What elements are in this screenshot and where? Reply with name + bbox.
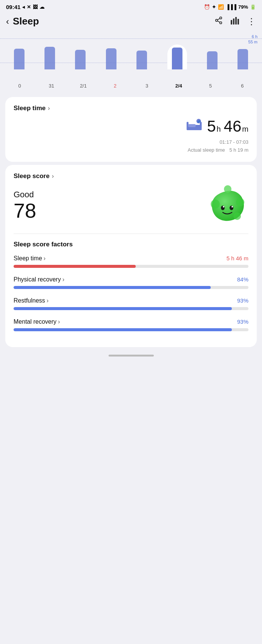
date-label[interactable]: 2/4 <box>171 81 186 90</box>
sleep-score-card-header[interactable]: Sleep score › <box>14 172 248 180</box>
sleep-bed-icon: 💤 <box>186 118 202 135</box>
bar <box>106 48 116 69</box>
bar-item[interactable] <box>14 49 25 69</box>
score-body: Good 78 <box>14 185 248 227</box>
wifi-icon: 📶 <box>218 4 224 10</box>
bar-item[interactable] <box>207 51 218 69</box>
date-labels: 0312/1232/456 <box>0 81 262 90</box>
svg-rect-5 <box>231 20 232 25</box>
date-label[interactable]: 5 <box>203 81 218 90</box>
score-left: Good 78 <box>14 190 36 222</box>
bar <box>44 47 55 69</box>
bar-item[interactable] <box>44 47 55 69</box>
factor-value: 84% <box>237 276 248 283</box>
svg-point-17 <box>236 198 244 206</box>
chevron-icon: › <box>48 105 50 112</box>
score-number: 78 <box>14 200 36 222</box>
factor-name[interactable]: Physical recovery › <box>14 276 64 283</box>
factor-value: 93% <box>237 318 248 325</box>
svg-rect-13 <box>188 124 196 127</box>
back-button[interactable]: ‹ <box>6 16 9 27</box>
bar <box>14 49 25 69</box>
share-icon <box>215 16 223 25</box>
date-label[interactable]: 31 <box>44 81 59 90</box>
date-label[interactable]: 3 <box>139 81 155 90</box>
sleep-score-card: Sleep score › Good 78 <box>5 165 257 347</box>
factor-name[interactable]: Restfulness › <box>14 297 49 304</box>
factor-value: 5 h 46 m <box>227 255 248 261</box>
svg-point-0 <box>220 17 222 19</box>
bottom-bar <box>0 350 262 361</box>
sleep-m-unit: m <box>242 125 248 134</box>
sleep-character <box>207 185 248 227</box>
chart-container: 6 h 55 m 0312/1232/456 <box>0 32 262 94</box>
svg-point-18 <box>224 185 231 193</box>
bar <box>75 50 86 69</box>
sleep-hours: 5 <box>207 117 216 135</box>
factors-list: Sleep time ›5 h 46 mPhysical recovery ›8… <box>14 255 248 331</box>
chart-wrapper: 6 h 55 m <box>0 32 262 81</box>
bar-item[interactable] <box>136 51 147 69</box>
status-right: ⏰ ✦ 📶 ▐▐▐ 79% 🔋 <box>204 4 256 10</box>
svg-rect-8 <box>237 19 239 25</box>
progress-bar-bg <box>14 307 248 310</box>
battery-icon: 🔋 <box>250 4 256 10</box>
header: ‹ Sleep ⋮ <box>0 12 262 32</box>
bar-item[interactable] <box>237 49 248 69</box>
more-button[interactable]: ⋮ <box>247 17 256 26</box>
factors-title: Sleep score factors <box>14 241 248 248</box>
bar <box>207 51 218 69</box>
progress-bar-fill <box>14 328 232 331</box>
svg-point-1 <box>216 19 218 22</box>
stats-icon <box>230 17 239 25</box>
bar <box>172 48 182 69</box>
score-quality-label: Good <box>14 190 36 200</box>
cloud-icon: ☁ <box>40 4 44 10</box>
factor-value: 93% <box>237 297 248 304</box>
svg-rect-10 <box>187 128 202 130</box>
bar-item[interactable] <box>75 50 86 69</box>
photo-icon: 🖼 <box>33 4 38 10</box>
blob-svg <box>207 185 248 227</box>
time-display: 09:41 <box>6 4 20 10</box>
status-left: 09:41 ◂ ✕ 🖼 ☁ <box>6 4 44 10</box>
factor-item: Restfulness ›93% <box>14 297 248 310</box>
page-title: Sleep <box>13 15 39 27</box>
score-divider <box>14 234 248 234</box>
sleep-time-title: Sleep time <box>14 105 46 112</box>
sleep-time-range: 01:17 - 07:03 <box>14 138 248 146</box>
sleep-meta: 01:17 - 07:03 Actual sleep time 5 h 19 m <box>14 138 248 154</box>
progress-bar-fill <box>14 286 211 289</box>
factor-item: Sleep time ›5 h 46 m <box>14 255 248 268</box>
bar <box>237 49 248 69</box>
svg-line-4 <box>218 18 220 20</box>
svg-point-23 <box>231 206 233 207</box>
sleep-time-card-header[interactable]: Sleep time › <box>14 105 248 112</box>
svg-point-16 <box>211 200 220 209</box>
factor-name[interactable]: Mental recovery › <box>14 318 60 325</box>
share-button[interactable] <box>215 16 223 26</box>
battery-display: 79% <box>238 4 248 10</box>
factor-item: Physical recovery ›84% <box>14 276 248 289</box>
svg-rect-7 <box>235 17 237 25</box>
date-label[interactable]: 6 <box>235 81 250 90</box>
sleep-score-title: Sleep score <box>14 172 49 180</box>
stats-button[interactable] <box>230 17 239 26</box>
factor-name[interactable]: Sleep time › <box>14 255 46 262</box>
date-label[interactable]: 2/1 <box>76 81 91 90</box>
progress-bar-fill <box>14 265 136 268</box>
sleep-time-main: 💤 5 h 46 m <box>14 117 248 135</box>
date-label[interactable]: 0 <box>12 81 27 90</box>
signal-bars-icon: ▐▐▐ <box>226 4 236 10</box>
signal-icon: ◂ <box>22 4 25 10</box>
svg-text:💤: 💤 <box>197 120 201 123</box>
alarm-icon: ⏰ <box>204 4 210 10</box>
bar-item[interactable] <box>167 45 187 69</box>
bars-row <box>4 32 258 69</box>
bottom-indicator <box>109 355 154 357</box>
date-label[interactable]: 2 <box>107 81 123 90</box>
progress-bar-bg <box>14 286 248 289</box>
chevron-icon-2: › <box>52 173 54 180</box>
bar <box>136 51 147 69</box>
bar-item[interactable] <box>106 48 116 69</box>
